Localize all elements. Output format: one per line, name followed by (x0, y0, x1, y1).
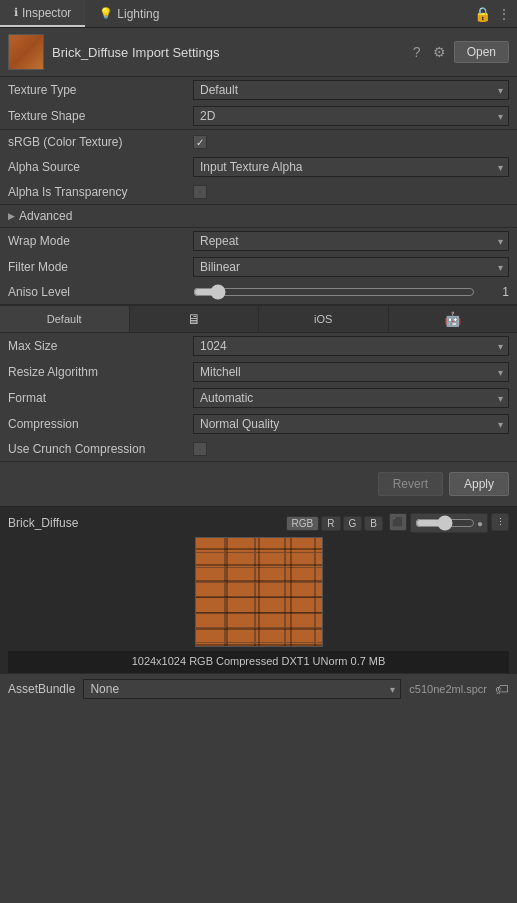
filter-mode-row: Filter Mode Bilinear Point (no filter) T… (0, 254, 517, 280)
mip-slider-handle: ● (477, 518, 483, 529)
compression-dropdown[interactable]: None Low Quality Normal Quality High Qua… (193, 414, 509, 434)
lock-icon[interactable]: 🔒 (474, 6, 491, 22)
preview-name: Brick_Diffuse (8, 516, 280, 530)
filter-mode-value: Bilinear Point (no filter) Trilinear (193, 257, 509, 277)
aniso-level-number: 1 (479, 285, 509, 299)
preview-area: Brick_Diffuse RGB R G B ⬛ ● ⋮ 1024x1024 … (0, 506, 517, 673)
asset-thumbnail (8, 34, 44, 70)
help-button[interactable]: ? (409, 42, 425, 62)
brick-preview-image (195, 537, 323, 647)
channel-b-button[interactable]: B (364, 516, 383, 531)
android-icon: 🤖 (444, 311, 461, 327)
revert-button[interactable]: Revert (378, 472, 443, 496)
alpha-transparency-checkbox[interactable] (193, 185, 207, 199)
channel-g-button[interactable]: G (343, 516, 363, 531)
channel-r-button[interactable]: R (321, 516, 340, 531)
texture-shape-value: 2D Cube 2D Array 3D (193, 106, 509, 126)
crunch-checkbox[interactable] (193, 442, 207, 456)
texture-type-label: Texture Type (8, 83, 193, 97)
alpha-source-label: Alpha Source (8, 160, 193, 174)
platform-tab-standalone[interactable]: 🖥 (130, 306, 260, 332)
open-button[interactable]: Open (454, 41, 509, 63)
preview-toolbar: Brick_Diffuse RGB R G B ⬛ ● ⋮ (8, 513, 509, 533)
resize-algo-row: Resize Algorithm Mitchell Bilinear (0, 359, 517, 385)
tab-inspector[interactable]: ℹ Inspector (0, 0, 85, 27)
apply-button[interactable]: Apply (449, 472, 509, 496)
srgb-checkbox-container: ✓ (193, 135, 509, 149)
preview-info: 1024x1024 RGB Compressed DXT1 UNorm 0.7 … (8, 651, 509, 673)
format-dropdown-wrapper: Automatic RGB Compressed DXT1 RGBA Compr… (193, 388, 509, 408)
tab-lighting[interactable]: 💡 Lighting (85, 0, 173, 27)
standalone-icon: 🖥 (187, 311, 201, 327)
asset-title: Brick_Diffuse Import Settings (52, 45, 401, 60)
tab-actions: 🔒 ⋮ (474, 6, 517, 22)
advanced-triangle-icon: ▶ (8, 211, 15, 221)
channel-buttons: RGB R G B (286, 516, 383, 531)
format-dropdown[interactable]: Automatic RGB Compressed DXT1 RGBA Compr… (193, 388, 509, 408)
filter-mode-dropdown[interactable]: Bilinear Point (no filter) Trilinear (193, 257, 509, 277)
alpha-transparency-checkbox-container (193, 185, 509, 199)
format-value: Automatic RGB Compressed DXT1 RGBA Compr… (193, 388, 509, 408)
alpha-transparency-row: Alpha Is Transparency (0, 180, 517, 204)
bottom-actions: Revert Apply (0, 462, 517, 506)
preview-info-text: 1024x1024 RGB Compressed DXT1 UNorm 0.7 … (132, 655, 386, 667)
wrap-mode-label: Wrap Mode (8, 234, 193, 248)
compression-dropdown-wrapper: None Low Quality Normal Quality High Qua… (193, 414, 509, 434)
asset-bundle-tag-icon[interactable]: 🏷 (495, 681, 509, 697)
aniso-level-value: 1 (193, 284, 509, 300)
texture-shape-row: Texture Shape 2D Cube 2D Array 3D (0, 103, 517, 129)
advanced-label: Advanced (19, 209, 72, 223)
menu-icon[interactable]: ⋮ (497, 6, 511, 22)
filter-mode-dropdown-wrapper: Bilinear Point (no filter) Trilinear (193, 257, 509, 277)
aniso-slider-container: 1 (193, 284, 509, 300)
alpha-source-dropdown[interactable]: Input Texture Alpha None From Gray Scale (193, 157, 509, 177)
format-label: Format (8, 391, 193, 405)
srgb-label: sRGB (Color Texture) (8, 135, 193, 149)
asset-bundle-bar: AssetBundle None c510ne2ml.spcr 🏷 (0, 673, 517, 703)
tab-bar: ℹ Inspector 💡 Lighting 🔒 ⋮ (0, 0, 517, 28)
platform-default-label: Default (47, 313, 82, 325)
texture-type-dropdown-wrapper: Default Normal Map Editor GUI Sprite Cur… (193, 80, 509, 100)
asset-bundle-dropdown-wrapper: None (83, 679, 401, 699)
max-size-dropdown[interactable]: 32 64 128 256 512 1024 2048 4096 8192 (193, 336, 509, 356)
platform-tab-default[interactable]: Default (0, 306, 130, 332)
asset-bundle-label: AssetBundle (8, 682, 75, 696)
compression-value: None Low Quality Normal Quality High Qua… (193, 414, 509, 434)
texture-shape-dropdown[interactable]: 2D Cube 2D Array 3D (193, 106, 509, 126)
srgb-checkbox[interactable]: ✓ (193, 135, 207, 149)
advanced-section-header[interactable]: ▶ Advanced (0, 205, 517, 227)
lighting-icon: 💡 (99, 7, 113, 20)
max-size-dropdown-wrapper: 32 64 128 256 512 1024 2048 4096 8192 (193, 336, 509, 356)
resize-algo-value: Mitchell Bilinear (193, 362, 509, 382)
filter-mode-label: Filter Mode (8, 260, 193, 274)
asset-header: Brick_Diffuse Import Settings ? ⚙ Open (0, 28, 517, 77)
asset-bundle-dropdown[interactable]: None (83, 679, 401, 699)
alpha-source-dropdown-wrapper: Input Texture Alpha None From Gray Scale (193, 157, 509, 177)
wrap-mode-value: Repeat Clamp Mirror Mirror Once (193, 231, 509, 251)
wrap-mode-dropdown[interactable]: Repeat Clamp Mirror Mirror Once (193, 231, 509, 251)
platform-tabs: Default 🖥 iOS 🤖 (0, 305, 517, 333)
header-actions: ? ⚙ Open (409, 41, 509, 63)
resize-algo-dropdown-wrapper: Mitchell Bilinear (193, 362, 509, 382)
aniso-level-slider[interactable] (193, 284, 475, 300)
platform-tab-ios[interactable]: iOS (259, 306, 389, 332)
preview-image-container (8, 537, 509, 647)
aniso-level-row: Aniso Level 1 (0, 280, 517, 304)
texture-type-dropdown[interactable]: Default Normal Map Editor GUI Sprite Cur… (193, 80, 509, 100)
max-size-label: Max Size (8, 339, 193, 353)
settings-button[interactable]: ⚙ (429, 42, 450, 62)
mip-level-slider[interactable] (415, 515, 475, 531)
ios-label: iOS (314, 313, 332, 325)
preview-menu-button[interactable]: ⋮ (491, 513, 509, 531)
channel-rgb-button[interactable]: RGB (286, 516, 320, 531)
max-size-row: Max Size 32 64 128 256 512 1024 2048 409… (0, 333, 517, 359)
resize-algo-dropdown[interactable]: Mitchell Bilinear (193, 362, 509, 382)
alpha-source-row: Alpha Source Input Texture Alpha None Fr… (0, 154, 517, 180)
alpha-toggle-button[interactable]: ⬛ (389, 513, 407, 531)
aniso-level-label: Aniso Level (8, 285, 193, 299)
platform-tab-android[interactable]: 🤖 (389, 306, 518, 332)
texture-shape-label: Texture Shape (8, 109, 193, 123)
tab-inspector-label: Inspector (22, 6, 71, 20)
main-content: Texture Type Default Normal Map Editor G… (0, 77, 517, 506)
alpha-source-value: Input Texture Alpha None From Gray Scale (193, 157, 509, 177)
